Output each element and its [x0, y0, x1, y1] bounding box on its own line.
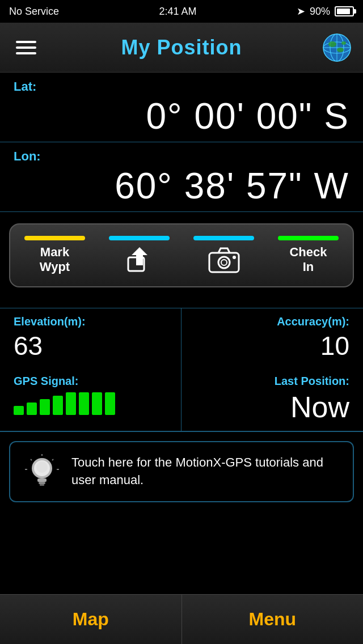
svg-point-5 — [328, 41, 336, 47]
svg-point-6 — [337, 48, 344, 52]
camera-indicator — [193, 236, 254, 240]
svg-line-21 — [52, 459, 53, 460]
gps-bar-3 — [40, 399, 50, 415]
nav-bar: My Position — [0, 23, 363, 73]
ham-line-3 — [16, 52, 36, 54]
location-icon: ➤ — [297, 5, 305, 18]
svg-rect-18 — [39, 482, 45, 484]
mark-wypt-label: MarkWypt — [40, 245, 70, 275]
elevation-label: Elevation(m): — [14, 315, 167, 328]
ham-line-1 — [16, 41, 36, 43]
accuracy-value: 10 — [195, 331, 349, 361]
gps-signal-bars — [14, 390, 167, 415]
map-tab-button[interactable]: Map — [0, 595, 182, 644]
status-right: ➤ 90% — [297, 5, 354, 18]
gps-bar-1 — [14, 406, 24, 415]
bulb-icon — [24, 454, 60, 490]
time-label: 2:41 AM — [159, 6, 196, 18]
menu-tab-button[interactable]: Menu — [182, 595, 364, 644]
svg-line-23 — [31, 459, 32, 460]
gps-bar-2 — [27, 402, 37, 415]
battery-fill — [337, 9, 350, 14]
carrier-label: No Service — [9, 6, 59, 18]
mark-wypt-indicator — [24, 236, 85, 240]
hamburger-button[interactable] — [9, 31, 43, 65]
gps-signal-cell: GPS Signal: — [0, 368, 182, 431]
camera-button[interactable] — [184, 231, 264, 279]
lon-row: Lon: 60° 38' 57" W — [0, 142, 363, 212]
globe-icon — [322, 33, 352, 62]
check-in-button[interactable]: CheckIn — [268, 231, 348, 279]
lon-value: 60° 38' 57" W — [14, 165, 349, 207]
accuracy-cell: Accuracy(m): 10 — [182, 308, 363, 368]
tutorial-text: Touch here for the MotionX-GPS tutorials… — [71, 454, 339, 489]
status-bar: No Service 2:41 AM ➤ 90% — [0, 0, 363, 23]
lat-label: Lat: — [14, 79, 349, 94]
tutorial-box[interactable]: Touch here for the MotionX-GPS tutorials… — [9, 441, 354, 502]
gps-signal-label: GPS Signal: — [14, 375, 167, 388]
tutorial-section: Touch here for the MotionX-GPS tutorials… — [0, 432, 363, 511]
mark-wypt-button[interactable]: MarkWypt — [15, 231, 95, 279]
check-in-indicator — [278, 236, 338, 240]
svg-point-12 — [221, 260, 227, 265]
gps-bar-4 — [53, 396, 63, 415]
last-position-value: Now — [195, 390, 349, 424]
page-title: My Position — [121, 36, 242, 60]
coord-section: Lat: 0° 00' 00" S Lon: 60° 38' 57" W — [0, 73, 363, 212]
action-section: MarkWypt — [0, 212, 363, 299]
share-button[interactable] — [99, 231, 179, 279]
last-position-label: Last Position: — [195, 375, 349, 388]
gps-bar-6 — [79, 392, 89, 415]
lon-label: Lon: — [14, 149, 349, 164]
svg-rect-19 — [40, 484, 44, 486]
stats-section: Elevation(m): 63 Accuracy(m): 10 GPS Sig… — [0, 299, 363, 432]
elevation-cell: Elevation(m): 63 — [0, 308, 182, 368]
stats-grid: Elevation(m): 63 Accuracy(m): 10 GPS Sig… — [0, 308, 363, 432]
ham-line-2 — [16, 46, 36, 49]
svg-rect-17 — [37, 478, 47, 482]
gps-bar-8 — [105, 392, 115, 415]
battery-percent: 90% — [310, 6, 330, 18]
check-in-label: CheckIn — [289, 245, 327, 275]
lat-value: 0° 00' 00" S — [14, 95, 349, 137]
svg-point-11 — [218, 257, 230, 268]
svg-point-7 — [341, 41, 346, 45]
share-icon — [125, 245, 154, 274]
camera-icon — [207, 245, 241, 274]
last-position-cell: Last Position: Now — [182, 368, 363, 431]
lat-row: Lat: 0° 00' 00" S — [0, 73, 363, 142]
gps-bar-7 — [92, 392, 102, 415]
svg-point-13 — [233, 256, 236, 259]
action-container: MarkWypt — [9, 223, 354, 287]
globe-button[interactable] — [320, 31, 354, 65]
battery-icon — [335, 6, 354, 16]
share-indicator — [109, 236, 169, 240]
elevation-value: 63 — [14, 331, 167, 361]
svg-point-16 — [36, 461, 48, 473]
gps-bar-5 — [66, 392, 76, 415]
tab-bar: Map Menu — [0, 594, 363, 644]
accuracy-label: Accuracy(m): — [195, 315, 349, 328]
